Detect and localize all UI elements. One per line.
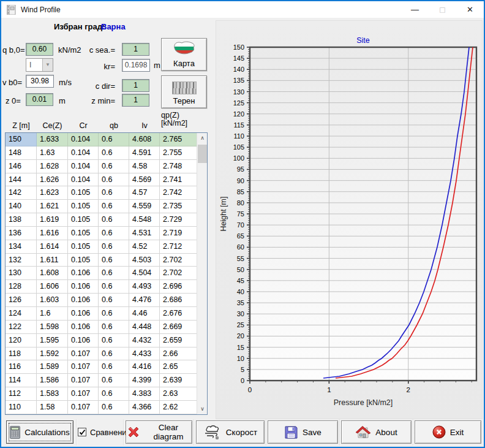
table-cell: 132 [6,254,37,267]
table-cell: 4.46 [129,307,160,321]
z0-label: z 0= [6,96,21,105]
table-row[interactable]: 1281.6060.1060.64.4932.696 [6,280,197,294]
exit-button[interactable]: Exit [415,420,481,444]
y-axis-label: Height [m] [219,197,228,232]
table-cell: 4.399 [129,374,160,387]
table-cell: 1.58 [37,401,68,414]
vb0-field[interactable]: 30.98 [26,75,54,88]
table-row[interactable]: 1201.5950.1060.64.4322.659 [6,334,197,347]
vb0-label: v b0= [2,78,22,87]
table-cell: 0.6 [99,133,129,146]
svg-text:145: 145 [233,55,244,62]
table-row[interactable]: 1481.630.1040.64.5912.755 [6,146,197,160]
table-row[interactable]: 1141.5860.1070.64.3992.639 [6,374,197,387]
table-cell: 4.366 [129,401,160,414]
compare-option: Сравнение [78,420,131,444]
kr-unit: m [154,61,160,70]
svg-text:1: 1 [327,386,331,393]
about-button[interactable]: About [341,420,412,444]
table-cell: 0.107 [68,387,99,401]
table-row[interactable]: 1101.580.1070.64.3662.62 [6,401,197,414]
window-title: Wind Profile [21,6,61,14]
table-scrollbar[interactable]: ∧ ∨ [197,133,207,414]
qb0-field[interactable]: 0.60 [26,43,53,56]
about-label: About [375,428,397,437]
cdir-field[interactable]: 1 [122,79,149,92]
scrollbar-thumb[interactable] [198,145,207,163]
svg-text:115: 115 [233,121,244,129]
minimize-button[interactable]: — [401,1,429,18]
scroll-up-icon[interactable]: ∧ [197,133,208,143]
table-cell: 0.107 [68,374,99,387]
table-cell: 0.6 [99,401,129,414]
table-cell: 2.719 [160,227,197,240]
table-cell: 1.626 [37,173,68,187]
table-row[interactable]: 1361.6160.1050.64.5312.719 [6,227,197,240]
maximize-button: ◻ [429,1,456,18]
table-cell: 110 [6,401,37,414]
calculations-button[interactable]: Calculations [6,420,73,444]
exit-label: Exit [450,428,464,437]
svg-text:5: 5 [241,366,244,373]
table-row[interactable]: 1461.6280.1040.64.582.748 [6,160,197,173]
terrain-button[interactable]: Терен [161,75,207,108]
table-row[interactable]: 1441.6260.1040.64.5692.741 [6,173,197,187]
table-cell: 4.548 [129,213,160,227]
toolbar-divider [266,419,267,446]
table-cell: 4.58 [129,160,160,173]
table-row[interactable]: 1181.5920.1070.64.4332.66 [6,347,197,361]
table-row[interactable]: 1301.6080.1060.64.5042.702 [6,267,197,280]
title-bar[interactable]: Wind Profile — ◻ ✕ [1,1,484,18]
table-cell: 0.6 [99,146,129,160]
toolbar-divider [194,419,195,446]
table-cell: 1.611 [37,254,68,267]
table-cell: 0.6 [99,294,129,307]
table-cell: 0.105 [68,186,99,200]
csea-field[interactable]: 1 [122,43,149,56]
svg-text:65: 65 [237,232,244,240]
category-combobox[interactable]: I ▼ [26,58,53,72]
save-button[interactable]: Save [268,420,338,444]
table-cell: 1.603 [37,294,68,307]
table-row[interactable]: 1421.6230.1050.64.572.742 [6,186,197,200]
table-cell: 2.65 [160,360,197,374]
map-button[interactable]: Карта [161,38,207,71]
table-cell: 0.106 [68,267,99,280]
table-cell: 1.633 [37,133,68,146]
svg-text:25: 25 [237,321,244,328]
scroll-down-icon[interactable]: ∨ [197,404,208,414]
table-row[interactable]: 1341.6140.1050.64.522.712 [6,240,197,254]
table-row[interactable]: 1501.6330.1040.64.6082.765 [6,133,197,146]
col-header-qb: qb [99,121,129,130]
table-row[interactable]: 1381.6190.1050.64.5482.729 [6,213,197,227]
table-cell: 126 [6,294,37,307]
table-cell: 0.105 [68,200,99,213]
vb0-unit: m/s [59,78,72,87]
toolbar-divider [76,419,77,446]
table-row[interactable]: 1261.6030.1060.64.4762.686 [6,294,197,307]
speed-button[interactable]: Скорост [196,420,265,444]
table-row[interactable]: 1321.6110.1050.64.5032.702 [6,254,197,267]
table-row[interactable]: 1241.60.1060.64.462.676 [6,307,197,321]
svg-text:85: 85 [237,188,244,196]
table-row[interactable]: 1221.5980.1060.64.4482.669 [6,321,197,334]
table-cell: 4.383 [129,387,160,401]
z0-field[interactable]: 0.01 [26,93,53,106]
table-cell: 118 [6,347,37,361]
svg-text:105: 105 [233,143,244,151]
table-row[interactable]: 1161.5890.1070.64.4162.65 [6,360,197,374]
table-row[interactable]: 1401.6210.1050.64.5592.735 [6,200,197,213]
table-row[interactable]: 1121.5830.1070.64.3832.63 [6,387,197,401]
clear-diagram-button[interactable]: Clear diagram [126,420,192,444]
close-button[interactable]: ✕ [456,1,484,18]
zmin-field[interactable]: 1 [122,94,149,107]
table-cell: 2.62 [160,401,197,414]
svg-text:125: 125 [233,99,244,107]
compare-checkbox[interactable] [78,428,86,436]
table-cell: 0.106 [68,321,99,334]
table-cell: 1.6 [37,307,68,321]
table-cell: 112 [6,387,37,401]
table-cell: 0.6 [99,200,129,213]
col-header-iv: Iv [129,121,160,130]
kr-field[interactable]: 0.1698 [122,59,150,72]
